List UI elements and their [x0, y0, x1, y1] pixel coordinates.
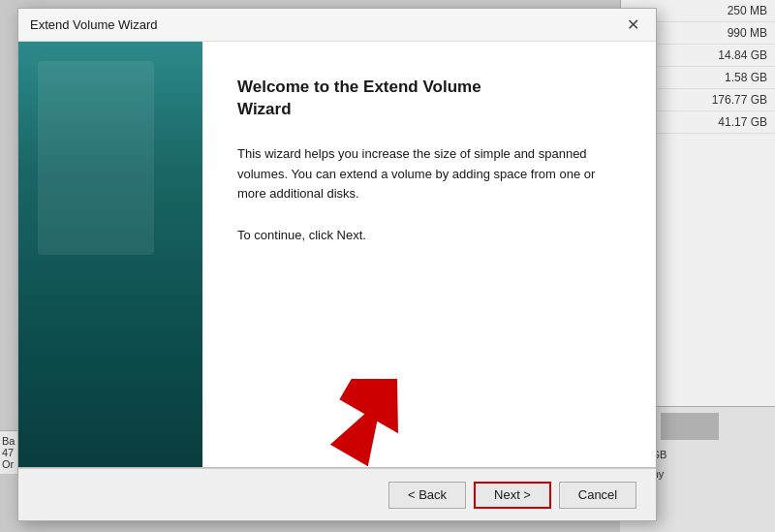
wizard-content-area: Welcome to the Extend VolumeWizard This …	[202, 42, 656, 467]
dialog-body: Welcome to the Extend VolumeWizard This …	[18, 42, 656, 467]
dialog-title: Extend Volume Wizard	[30, 17, 158, 32]
back-button[interactable]: < Back	[388, 482, 466, 509]
wizard-description: This wizard helps you increase the size …	[237, 144, 621, 204]
bg-gray-block	[661, 413, 719, 440]
close-button[interactable]: ✕	[621, 14, 644, 37]
cancel-button[interactable]: Cancel	[559, 482, 636, 509]
extend-volume-dialog: Extend Volume Wizard ✕ Welcome to the Ex…	[17, 8, 657, 521]
wizard-sidebar	[18, 42, 202, 467]
dialog-title-bar: Extend Volume Wizard ✕	[18, 9, 656, 42]
wizard-heading: Welcome to the Extend VolumeWizard	[237, 77, 621, 121]
next-button[interactable]: Next >	[474, 482, 551, 509]
button-bar: < Back Next > Cancel	[18, 468, 656, 520]
wizard-continue-text: To continue, click Next.	[237, 228, 621, 242]
